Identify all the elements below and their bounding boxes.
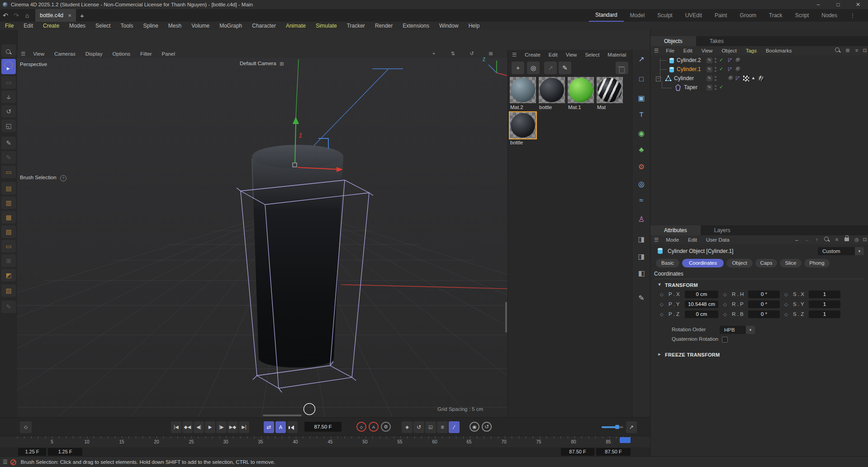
- material-label[interactable]: Mat.1: [568, 105, 581, 110]
- menu-mesh[interactable]: Mesh: [163, 23, 186, 29]
- zoom-tool-icon[interactable]: [1, 44, 16, 57]
- brush-help-icon[interactable]: ?: [60, 175, 66, 181]
- freeze-collapse-icon[interactable]: ▸: [656, 351, 663, 357]
- camera-pan-icon[interactable]: +: [426, 51, 442, 57]
- menu-extensions[interactable]: Extensions: [398, 23, 434, 29]
- object-name-selected[interactable]: Cylinder.1: [677, 66, 701, 72]
- material-tag-icon[interactable]: [735, 67, 741, 72]
- object-menu-bookmarks[interactable]: Bookmarks: [761, 48, 797, 53]
- camera-icon[interactable]: ◨: [634, 233, 649, 246]
- key-diamond-icon[interactable]: ◇: [784, 302, 788, 307]
- figure-icon[interactable]: ♙: [634, 213, 649, 226]
- object-name[interactable]: Taper: [684, 84, 697, 91]
- object-home-icon[interactable]: ⊞: [844, 48, 851, 53]
- visibility-dots[interactable]: [715, 76, 716, 82]
- object-menu-file[interactable]: File: [661, 48, 679, 53]
- pen-tool-icon[interactable]: ✎: [1, 137, 16, 149]
- knife-tool-icon[interactable]: ✎: [1, 300, 16, 313]
- material-thumb-bottle-selected[interactable]: [510, 112, 536, 138]
- next-frame-button[interactable]: |▶: [216, 421, 227, 433]
- key-diamond-icon[interactable]: ◇: [723, 302, 727, 307]
- menu-spline[interactable]: Spline: [138, 23, 163, 29]
- viewport-menu-icon[interactable]: ☰: [17, 51, 28, 57]
- px-field[interactable]: 0 cm: [685, 291, 718, 298]
- extrude-icon[interactable]: ▤: [1, 182, 16, 195]
- frame-region-icon[interactable]: ▭: [1, 166, 16, 178]
- object-menu-edit[interactable]: Edit: [679, 48, 697, 53]
- edit-pencil-icon[interactable]: ✎: [707, 57, 712, 63]
- material-label[interactable]: Mat: [597, 105, 606, 110]
- key-diamond-icon[interactable]: ◇: [660, 302, 664, 307]
- power-slider-handle[interactable]: [615, 425, 619, 429]
- tab-layers[interactable]: Layers: [701, 225, 744, 235]
- torus-icon[interactable]: ◎: [634, 177, 649, 191]
- rectangle-selection-icon[interactable]: ▭: [1, 76, 16, 89]
- text-tool-icon[interactable]: T: [634, 108, 649, 121]
- tree-collapse-icon[interactable]: −: [656, 76, 661, 81]
- attribute-menu-userdata[interactable]: User Data: [702, 237, 734, 243]
- selection-tag-icon[interactable]: ▲: [751, 76, 755, 80]
- spline-icon[interactable]: ≈: [634, 194, 649, 207]
- material-menu-create[interactable]: Create: [521, 52, 545, 57]
- viewport-menu-display[interactable]: Display: [81, 51, 108, 57]
- freeze-transform-title[interactable]: FREEZE TRANSFORM: [665, 352, 720, 357]
- cage-deform-icon[interactable]: ⊞: [1, 254, 16, 267]
- object-menu-icon[interactable]: ☰: [650, 48, 661, 54]
- key-diamond-icon[interactable]: ◇: [723, 292, 727, 297]
- menu-volume[interactable]: Volume: [186, 23, 214, 29]
- menu-mograph[interactable]: MoGraph: [214, 23, 247, 29]
- attribute-menu-icon[interactable]: ☰: [650, 237, 661, 243]
- visibility-dots[interactable]: [715, 85, 716, 91]
- preset-dropdown[interactable]: Custom: [818, 247, 855, 255]
- range-end-field[interactable]: 87.50 F: [561, 448, 594, 456]
- emitter-icon[interactable]: ◉: [634, 127, 649, 140]
- back-icon[interactable]: ↶: [0, 12, 11, 19]
- attribute-filter-icon[interactable]: ≡: [833, 237, 840, 242]
- status-menu-icon[interactable]: ☰: [3, 459, 8, 465]
- layout-tab-track[interactable]: Track: [763, 10, 789, 21]
- camera-target-icon[interactable]: ◨: [634, 250, 649, 263]
- viewport-menu-filter[interactable]: Filter: [135, 51, 157, 57]
- record-keyframe-button[interactable]: ◇: [356, 422, 366, 432]
- menu-animate[interactable]: Animate: [281, 23, 311, 29]
- current-frame-field-2[interactable]: 87.50 F: [596, 448, 631, 456]
- rotation-order-arrow[interactable]: ▾: [746, 326, 755, 334]
- object-search-icon[interactable]: [834, 48, 841, 54]
- material-delete-icon[interactable]: [616, 62, 628, 74]
- move-tool-icon[interactable]: ↔↕: [1, 91, 16, 103]
- autokey-mini-button[interactable]: A: [275, 421, 286, 433]
- parent-up-icon[interactable]: ↑: [813, 237, 821, 242]
- target-icon[interactable]: ◎: [853, 237, 860, 243]
- material-label[interactable]: Mat.2: [510, 105, 523, 110]
- edit-pencil-icon[interactable]: ✎: [707, 85, 712, 91]
- keyframe-selection-toggle[interactable]: ∕: [449, 421, 460, 433]
- key-diamond-icon[interactable]: ◇: [784, 312, 788, 317]
- environment-icon[interactable]: ♣: [634, 143, 649, 157]
- object-row[interactable]: Taper ✎ ✓: [650, 83, 868, 92]
- sweep-icon[interactable]: ▧: [1, 225, 16, 238]
- settings-gear-icon[interactable]: ⚙: [634, 160, 649, 174]
- attribute-menu-edit[interactable]: Edit: [683, 237, 702, 243]
- maximize-button[interactable]: □: [828, 0, 848, 9]
- document-tab[interactable]: bottle.c4d ✕: [35, 9, 76, 22]
- sy-field[interactable]: 1: [809, 300, 840, 308]
- viewport[interactable]: ☰ View Cameras Display Options Filter Pa…: [17, 50, 508, 417]
- material-menu-icon[interactable]: ☰: [508, 52, 521, 58]
- timeline-ruler[interactable]: 5 10 15 20 25 30 35 40 45 50 55 60 65 70…: [0, 436, 650, 447]
- object-menu-view[interactable]: View: [697, 48, 717, 53]
- attribute-search-icon[interactable]: [823, 237, 830, 243]
- key-rotation-toggle[interactable]: ↺: [413, 421, 424, 433]
- bend-deform-icon[interactable]: ◩: [1, 269, 16, 281]
- menu-select[interactable]: Select: [90, 23, 115, 29]
- close-button[interactable]: ✕: [848, 0, 868, 9]
- edit-pencil-icon[interactable]: ✎: [707, 76, 712, 81]
- tab-caps[interactable]: Caps: [755, 259, 777, 267]
- rb-field[interactable]: 0 °: [748, 310, 780, 318]
- menu-create[interactable]: Create: [38, 23, 64, 29]
- material-menu-view[interactable]: View: [562, 52, 581, 57]
- layout-tab-model[interactable]: Model: [624, 10, 651, 21]
- compositing-tag-icon[interactable]: [743, 76, 749, 81]
- material-menu-select[interactable]: Select: [581, 52, 603, 57]
- rotate-tool-icon[interactable]: ↺: [1, 105, 16, 118]
- key-parameter-toggle[interactable]: ≡: [437, 421, 448, 433]
